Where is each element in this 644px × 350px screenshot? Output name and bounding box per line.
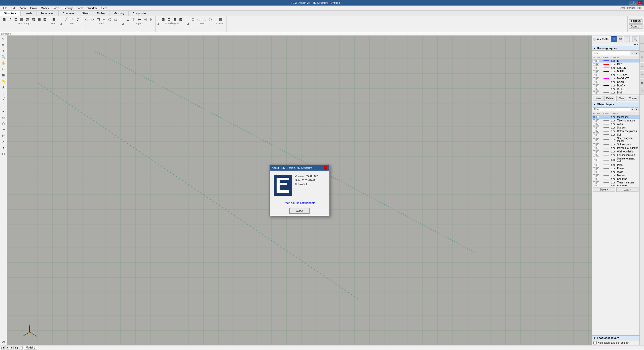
obj-layer-visible-icon[interactable]: ✓ xyxy=(593,119,595,122)
layer-snap-icon[interactable]: ✓ xyxy=(596,74,599,76)
obj-layer-visible-icon[interactable]: ✓ xyxy=(593,138,595,141)
menu-settings[interactable]: Settings xyxy=(61,6,75,10)
obj-layer-snap-icon[interactable]: ✓ xyxy=(596,167,599,170)
left-btn-w[interactable]: W xyxy=(1,339,6,345)
toolbar-arrow-4[interactable]: ◄ xyxy=(186,22,188,26)
object-layers-arrow[interactable]: ▼ xyxy=(593,103,596,106)
tab-prefab[interactable]: PREFAB xyxy=(629,19,642,24)
nav-first[interactable]: |◄ xyxy=(1,346,5,349)
hide-colour-checkbox[interactable] xyxy=(593,341,597,344)
tab-structure[interactable]: Structure xyxy=(0,11,21,16)
object-layer-row[interactable]: ✓ ✓ 0.00 Reference planes xyxy=(592,130,639,133)
drawing-layers-current-btn[interactable]: Current xyxy=(628,96,638,101)
tb-btn-5[interactable]: ▧ xyxy=(25,17,30,22)
tb-btn-4[interactable]: ▤ xyxy=(19,17,24,22)
layer-visible-icon[interactable]: ✓ xyxy=(593,63,595,66)
left-btn-measure[interactable]: 📏 xyxy=(1,78,6,84)
layer-snap-icon[interactable]: ✓ xyxy=(596,91,599,94)
obj-layer-snap-icon[interactable]: ✓ xyxy=(596,119,599,122)
nav-page[interactable]: 📄 xyxy=(19,346,23,349)
left-btn-snap[interactable]: ⊹ xyxy=(1,48,6,54)
obj-layer-visible-icon[interactable]: ✓ xyxy=(593,154,595,156)
close-button[interactable]: ✕ xyxy=(638,1,642,5)
tab-foundation[interactable]: Foundation xyxy=(36,11,59,16)
obj-layer-visible-icon[interactable]: ✓ xyxy=(593,116,595,118)
drawing-layers-arrow[interactable]: ▼ xyxy=(593,47,596,50)
drawing-layer-row[interactable]: ✓ ✓ 0.00 RED xyxy=(592,63,639,66)
obj-layer-snap-icon[interactable]: ✓ xyxy=(596,178,599,180)
dialog-link[interactable]: Open source components xyxy=(270,200,329,206)
left-btn-rotate[interactable]: ↻ xyxy=(1,66,6,72)
tb-support-3[interactable]: ⊢ xyxy=(137,17,142,22)
tb-support-4[interactable]: ⊣ xyxy=(142,17,148,22)
layer-visible-icon[interactable]: ✓ xyxy=(593,84,595,87)
object-layer-row[interactable]: ✓ ✓ 0.00 Beams xyxy=(592,174,639,177)
tb-cover-4[interactable]: ⬡ xyxy=(208,17,213,22)
tb-mt-1[interactable]: ⊞ xyxy=(161,17,166,22)
object-layer-row[interactable]: ✓ ✓ 0.00 Simple retaining wall xyxy=(592,157,639,163)
obj-layer-visible-icon[interactable]: ✓ xyxy=(593,178,595,180)
layer-visible-icon[interactable]: ✓ xyxy=(593,70,595,73)
maximize-button[interactable]: □ xyxy=(633,1,637,5)
window-controls[interactable]: ─ □ ✕ xyxy=(629,1,642,5)
tb-constr-1[interactable]: ▤ xyxy=(218,17,223,22)
object-layer-row[interactable]: ✓ ✓ 0.00 Soil supports xyxy=(592,143,639,146)
object-layers-filter-input[interactable] xyxy=(593,107,630,111)
obj-layer-visible-icon[interactable]: ✓ xyxy=(593,150,595,153)
left-btn-corner[interactable]: ⌐ xyxy=(1,109,6,114)
object-layer-row[interactable]: ✓ ✓ 0.00 Wall foundation xyxy=(592,150,639,153)
object-layer-row[interactable]: ✓ ✓ 0.00 Soil, analytical model xyxy=(592,137,639,143)
left-btn-grid[interactable]: ⊞ xyxy=(1,72,6,78)
tb-mt-2[interactable]: ⊡ xyxy=(166,17,172,22)
drawing-layer-row[interactable]: ✓ ✓ 0.00 YELLOW xyxy=(592,73,639,77)
object-layer-row[interactable]: ✓ ✓ 0.00 Piles xyxy=(592,163,639,167)
obj-layer-snap-icon[interactable]: ✓ xyxy=(596,134,599,136)
tb-btn-2[interactable]: ↺ xyxy=(7,17,13,22)
object-layer-row[interactable]: ✓ ✓ 0.00 Isolated foundation xyxy=(592,146,639,150)
drawing-layer-row[interactable]: ✓ ✓ 0.00 MAGENTA xyxy=(592,77,639,80)
load-case-arrow[interactable]: ▼ xyxy=(593,337,596,339)
tb-bar-3[interactable]: ⤴ xyxy=(75,17,81,22)
left-btn-text[interactable]: A xyxy=(1,84,6,90)
tab-timber[interactable]: Timber xyxy=(93,11,110,16)
object-layer-row[interactable]: ✓ ✓ 0.00 Truss members xyxy=(592,181,639,184)
menu-edit[interactable]: Edit xyxy=(10,6,18,10)
left-btn-poly[interactable]: ⬡ xyxy=(1,121,6,126)
tab-loads[interactable]: Loads xyxy=(21,11,36,16)
menu-tools[interactable]: Tools xyxy=(51,6,61,10)
tab-concrete[interactable]: Concrete xyxy=(59,11,78,16)
qt-search-icon[interactable]: 🔍 xyxy=(632,36,638,42)
load-btn[interactable]: Load > xyxy=(616,187,639,192)
object-layer-row[interactable]: ✓ ✓ 0.00 Soil xyxy=(592,133,639,137)
tb-cover-3[interactable]: △ xyxy=(202,17,207,22)
tab-steel[interactable]: Steel xyxy=(78,11,93,16)
left-btn-line[interactable]: ╱ xyxy=(1,97,6,102)
obj-layer-visible-icon[interactable]: ✓ xyxy=(593,147,595,149)
drawing-layers-clear-btn[interactable]: Clear xyxy=(616,96,627,101)
drawing-layer-row[interactable]: ✓ ✓ 0.00 BLUE xyxy=(592,70,639,73)
layer-snap-icon[interactable]: ✓ xyxy=(596,60,599,62)
obj-layer-visible-icon[interactable]: ✓ xyxy=(593,181,595,184)
tb-support-1[interactable]: ⊥ xyxy=(125,17,131,22)
drawing-layer-row[interactable]: ✓ ✓ 0.00 WHITE xyxy=(592,87,639,91)
tab-docu[interactable]: Docu... xyxy=(629,24,642,29)
drawing-layer-row[interactable]: ✓ ✓ 0.00 BLACK xyxy=(592,84,639,87)
tb-btn-6[interactable]: ▨ xyxy=(30,17,36,22)
layer-visible-icon[interactable]: ✓ xyxy=(593,67,595,69)
tb-mt-4[interactable]: ⊠ xyxy=(178,17,183,22)
obj-layer-snap-icon[interactable]: ✓ xyxy=(596,159,599,161)
layer-visible-icon[interactable]: ✓ xyxy=(593,91,595,94)
tb-bar-1[interactable]: ╱ xyxy=(63,17,69,22)
drawing-layers-delete-btn[interactable]: Delete xyxy=(604,96,615,101)
left-btn-cursor[interactable]: ↖ xyxy=(1,36,6,42)
obj-layer-snap-icon[interactable]: ✓ xyxy=(596,147,599,149)
obj-layer-snap-icon[interactable]: ✓ xyxy=(596,181,599,184)
tb-support-2[interactable]: ⊤ xyxy=(131,17,136,22)
obj-layer-snap-icon[interactable]: ✓ xyxy=(596,164,599,166)
qt-gear-icon[interactable]: ⚙ xyxy=(618,36,623,42)
rs-btn-4[interactable]: ⊟ xyxy=(640,63,644,70)
tb-support-5[interactable]: ⊦ xyxy=(148,17,154,22)
rs-btn-3[interactable]: ⊡ xyxy=(640,52,644,62)
obj-layer-visible-icon[interactable]: ✓ xyxy=(593,123,595,125)
obj-layer-visible-icon[interactable]: ✓ xyxy=(593,159,595,161)
